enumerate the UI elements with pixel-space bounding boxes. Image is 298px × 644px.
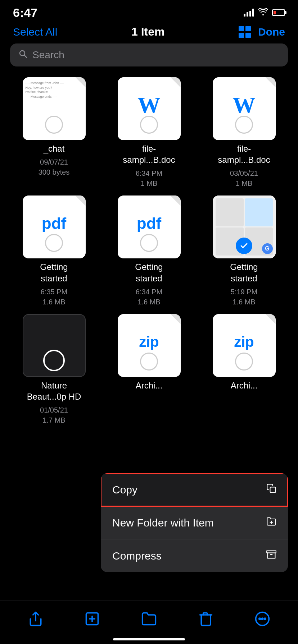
file-thumbnail: G	[213, 196, 276, 258]
list-item[interactable]: W file-sampl...B.doc 6:34 PM1 MB	[105, 77, 193, 188]
search-bar[interactable]: Search	[10, 43, 288, 66]
file-meta: 5:19 PM1.6 MB	[231, 287, 257, 307]
context-menu-compress[interactable]: Compress	[101, 539, 288, 572]
bottom-toolbar	[0, 601, 298, 644]
battery-icon	[272, 9, 285, 16]
file-grid: ---- Message from John ---- Hey, how are…	[0, 74, 298, 429]
file-name: Gettingstarted	[230, 261, 258, 284]
context-menu-new-folder[interactable]: New Folder with Item	[101, 506, 288, 539]
svg-point-13	[262, 618, 263, 620]
status-icons	[244, 8, 285, 18]
list-item[interactable]: G Gettingstarted 5:19 PM1.6 MB	[200, 196, 288, 307]
nav-right: Done	[239, 26, 285, 38]
svg-rect-5	[267, 551, 276, 553]
wifi-icon	[258, 8, 268, 18]
trash-button[interactable]	[193, 608, 218, 630]
search-placeholder: Search	[32, 49, 64, 61]
more-button[interactable]	[250, 608, 275, 630]
svg-point-12	[259, 618, 261, 620]
file-meta: 01/05/211.7 MB	[40, 405, 68, 425]
folder-button[interactable]	[136, 608, 162, 630]
file-name: file-sampl...B.doc	[218, 143, 270, 165]
signal-icon	[244, 9, 254, 17]
search-icon	[19, 50, 27, 61]
copy-icon	[266, 483, 276, 496]
context-menu-copy[interactable]: Copy	[101, 473, 288, 506]
compress-label: Compress	[112, 550, 162, 562]
file-thumbnail: W	[213, 77, 276, 140]
file-meta: 03/05/211 MB	[230, 168, 258, 188]
select-all-button[interactable]: Select All	[13, 26, 57, 38]
file-thumbnail: pdf	[23, 196, 86, 258]
file-thumbnail: pdf	[118, 196, 181, 258]
file-name: Archi...	[231, 380, 258, 391]
file-meta: 6:34 PM1.6 MB	[136, 287, 162, 307]
file-meta: 6:34 PM1 MB	[136, 168, 162, 188]
list-item[interactable]: pdf Gettingstarted 6:34 PM1.6 MB	[105, 196, 193, 307]
home-indicator	[113, 638, 185, 640]
svg-rect-2	[270, 487, 276, 493]
add-files-button[interactable]	[80, 608, 105, 630]
file-meta: 09/07/21300 bytes	[39, 157, 70, 177]
done-button[interactable]: Done	[258, 26, 285, 38]
file-thumbnail: zip	[213, 314, 276, 377]
list-item[interactable]: NatureBeaut...0p HD 01/05/211.7 MB	[10, 314, 98, 425]
svg-line-1	[24, 55, 27, 58]
list-item[interactable]: zip Archi...	[105, 314, 193, 425]
list-item[interactable]: pdf Gettingstarted 6:35 PM1.6 MB	[10, 196, 98, 307]
file-name: Archi...	[136, 380, 163, 391]
file-thumbnail	[23, 314, 86, 377]
status-time: 6:47	[13, 6, 37, 20]
file-meta: 6:35 PM1.6 MB	[41, 287, 67, 307]
status-bar: 6:47	[0, 0, 298, 22]
archive-icon	[266, 549, 276, 562]
folder-plus-icon	[266, 516, 276, 529]
file-name: file-sampl...B.doc	[123, 143, 175, 165]
svg-point-14	[265, 618, 266, 620]
file-name: NatureBeaut...0p HD	[27, 380, 81, 402]
share-button[interactable]	[23, 608, 48, 630]
file-thumbnail: ---- Message from John ---- Hey, how are…	[23, 77, 86, 140]
nav-bar: Select All 1 Item Done	[0, 22, 298, 43]
list-item[interactable]: zip Archi...	[200, 314, 288, 425]
file-name: _chat	[44, 143, 65, 154]
grid-view-button[interactable]	[239, 26, 251, 38]
nav-title: 1 Item	[131, 25, 164, 38]
list-item[interactable]: ---- Message from John ---- Hey, how are…	[10, 77, 98, 188]
copy-label: Copy	[112, 484, 137, 496]
file-name: Gettingstarted	[40, 261, 68, 284]
new-folder-label: New Folder with Item	[112, 517, 214, 529]
list-item[interactable]: W file-sampl...B.doc 03/05/211 MB	[200, 77, 288, 188]
file-name: Gettingstarted	[135, 261, 163, 284]
file-thumbnail: zip	[118, 314, 181, 377]
file-thumbnail: W	[118, 77, 181, 140]
context-menu: Copy New Folder with Item Compress	[101, 473, 288, 572]
